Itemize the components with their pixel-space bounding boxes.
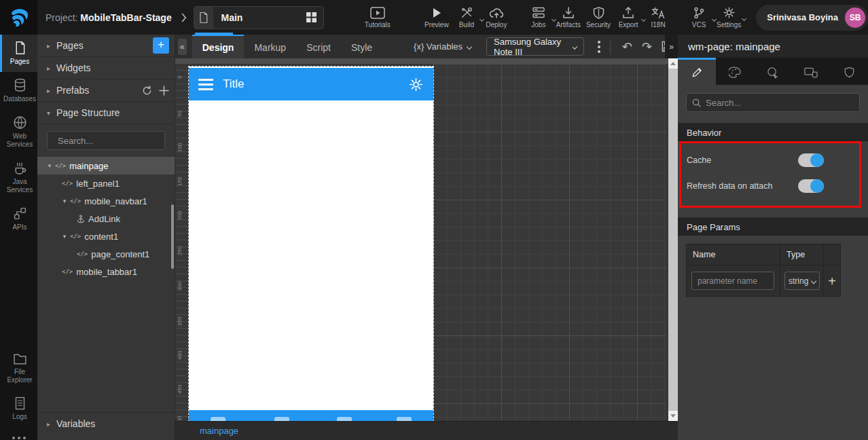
pencil-icon (691, 67, 703, 78)
sidebar-item-databases[interactable]: Databases (0, 72, 37, 109)
inspector-tabs (678, 58, 868, 85)
code-icon: </> (62, 268, 73, 275)
jobs-button[interactable]: Jobs (524, 7, 554, 29)
artifacts-button[interactable]: Artifacts (554, 7, 583, 29)
security-button[interactable]: Security (583, 7, 613, 29)
export-button[interactable]: Export (613, 7, 643, 29)
mobile-preview[interactable]: Title (189, 67, 433, 421)
add-prefab-icon[interactable] (159, 86, 169, 96)
tree-node-page-content1[interactable]: </> page_content1 (37, 245, 175, 263)
wavemaker-logo[interactable] (0, 0, 37, 35)
caret-down-icon[interactable]: ▾ (46, 162, 54, 169)
canvas-scrollbar[interactable] (668, 58, 678, 421)
topbar: Project: MobileTabBar-Stage Main (0, 0, 868, 35)
tree-node-content1[interactable]: ▾ </> content1 (37, 227, 175, 245)
tab-markup[interactable]: Markup (244, 35, 296, 58)
preview-button[interactable]: Preview (422, 7, 452, 29)
tab-script[interactable]: Script (296, 35, 341, 58)
vcs-button[interactable]: VCS (684, 7, 714, 29)
section-pages[interactable]: ▸ Pages + (37, 35, 175, 57)
redo-button[interactable]: ↷ (637, 39, 657, 54)
mobile-navbar-widget[interactable]: Title (189, 68, 433, 100)
mobile-tabbar-widget[interactable] (189, 410, 433, 421)
tree-node-mobile-tabbar1[interactable]: </> mobile_tabbar1 (37, 263, 175, 280)
tutorials-button[interactable]: Tutorials (362, 7, 393, 29)
activity-bar: Pages Databases Web Services Java Servic… (0, 35, 37, 440)
build-button[interactable]: Build (452, 7, 482, 29)
topbar-actions: Tutorials Preview Build (362, 6, 744, 29)
mobile-gear-icon[interactable] (408, 77, 424, 92)
sidebar-item-logs[interactable]: Logs (0, 390, 37, 427)
canvas-region: « Design Markup Script Style {x} Variabl… (175, 35, 678, 440)
settings-dropdown-chevron[interactable] (742, 16, 746, 21)
sidebar-item-web-services[interactable]: Web Services (0, 109, 37, 155)
structure-search-input[interactable] (58, 136, 177, 146)
canvas-grid[interactable] (433, 64, 666, 421)
i18n-button[interactable]: I18N (643, 7, 673, 29)
scroll-down-button[interactable] (668, 411, 678, 421)
section-prefabs[interactable]: ▸ Prefabs (37, 79, 175, 102)
pages-grid-icon[interactable] (306, 12, 317, 22)
translate-icon (651, 7, 665, 19)
sidebar-item-apis[interactable]: APIs (0, 200, 37, 238)
tab-events[interactable] (754, 58, 792, 85)
section-widgets[interactable]: ▸ Widgets (37, 57, 175, 79)
avatar: SB (845, 7, 865, 28)
tree-node-left-panel1[interactable]: </> left_panel1 (37, 175, 175, 192)
tab-properties[interactable] (678, 58, 716, 85)
settings-button[interactable]: Settings (714, 6, 744, 29)
search-icon (692, 98, 701, 107)
tree-node-addlink[interactable]: AddLink (37, 210, 175, 227)
user-menu[interactable]: Srinivasa Boyina SB (756, 5, 868, 31)
deploy-button[interactable]: Deploy (482, 7, 511, 29)
more-icon[interactable] (0, 427, 37, 440)
collapse-left-panel-button[interactable]: « (178, 39, 187, 55)
video-icon (370, 7, 385, 19)
open-page-tab[interactable]: Main (194, 6, 324, 29)
section-variables[interactable]: ▸ Variables (37, 412, 175, 435)
caret-down-icon[interactable]: ▾ (60, 233, 69, 240)
section-page-structure[interactable]: ▾ Page Structure (37, 102, 175, 124)
explorer-scrollbar[interactable] (171, 204, 174, 269)
undo-button[interactable]: ↶ (617, 39, 637, 54)
sidebar-item-file-explorer[interactable]: File Explorer (0, 346, 37, 390)
toolbar-divider (610, 39, 611, 54)
canvas-more-menu[interactable] (595, 38, 603, 56)
globe-icon (13, 115, 27, 130)
expand-right-panel-button[interactable]: » (665, 35, 678, 58)
refresh-data-toggle[interactable] (798, 179, 824, 193)
add-page-button[interactable]: + (153, 37, 169, 54)
inspector-title: wm-page: mainpage (678, 35, 868, 58)
scroll-up-button[interactable] (668, 58, 678, 69)
sidebar-item-pages[interactable]: Pages (0, 35, 37, 72)
add-param-button[interactable]: + (828, 275, 836, 287)
structure-search[interactable] (47, 131, 165, 150)
server-icon (532, 7, 545, 19)
device-selector[interactable]: Samsung Galaxy Note III (486, 37, 584, 56)
tab-devices[interactable] (792, 58, 830, 85)
tab-security[interactable] (830, 58, 868, 85)
tab-design[interactable]: Design (192, 35, 245, 58)
page-params-input-row: string + (687, 265, 840, 296)
project-name: Project: MobileTabBar-Stage (46, 12, 172, 23)
property-search[interactable] (686, 93, 860, 112)
refresh-icon[interactable] (142, 86, 152, 96)
tree-node-mainpage[interactable]: ▾ </> mainpage (37, 157, 175, 175)
param-type-select[interactable]: string (784, 272, 820, 290)
active-page-underline (195, 33, 233, 35)
tab-style[interactable]: Style (341, 35, 382, 58)
page-params-section-header: Page Params (678, 217, 868, 236)
footer-page-tab[interactable]: mainpage (200, 426, 238, 436)
param-name-input[interactable] (691, 272, 774, 290)
hamburger-menu-icon[interactable] (198, 79, 213, 90)
sidebar-item-java-services[interactable]: Java Services (0, 155, 37, 200)
tab-styles[interactable] (716, 58, 754, 85)
tree-node-mobile-navbar1[interactable]: ▾ </> mobile_navbar1 (37, 192, 175, 210)
refresh-data-row: Refresh data on attach (687, 173, 854, 199)
cache-toggle[interactable] (798, 153, 824, 167)
design-canvas[interactable]: 0 50 100 150 200 250 300 350 400 450 500… (175, 58, 678, 421)
property-search-input[interactable] (706, 98, 854, 108)
caret-down-icon[interactable]: ▾ (60, 198, 69, 204)
variables-button[interactable]: {x} Variables (414, 41, 471, 52)
canvas-toolbar: « Design Markup Script Style {x} Variabl… (175, 35, 678, 58)
